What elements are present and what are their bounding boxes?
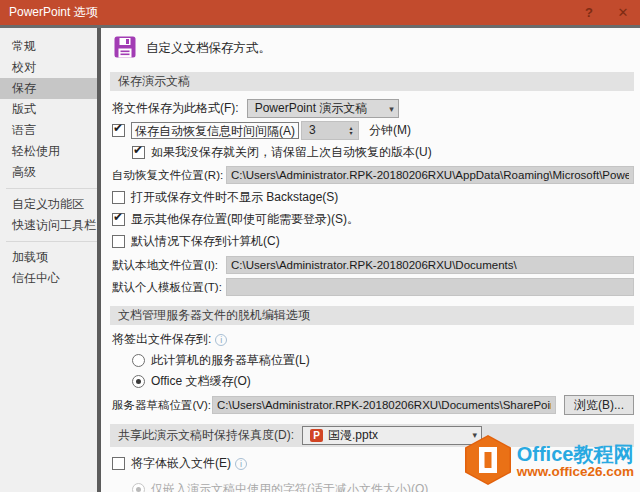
fidelity-file-dropdown[interactable]: P 国漫.pptx ▾ xyxy=(302,426,482,445)
fidelity-label: 共享此演示文稿时保持保真度(D): xyxy=(118,426,294,445)
sidebar-item-proofing[interactable]: 校对 xyxy=(0,57,97,78)
file-format-dropdown[interactable]: PowerPoint 演示文稿 ▾ xyxy=(247,99,399,118)
sidebar-item-add-ins[interactable]: 加载项 xyxy=(0,247,97,268)
autorecover-row: ✔ 保存自动恢复信息时间间隔(A) 3 ▴ ▾ 分钟(M) xyxy=(112,121,634,140)
server-drafts-path-input[interactable] xyxy=(212,396,556,414)
watermark: Office教程网 www.office26.com xyxy=(465,435,634,488)
keep-last-version-row: ✔ 如果我没保存就关闭，请保留上次自动恢复的版本(U) xyxy=(132,144,634,161)
sidebar-item-general[interactable]: 常规 xyxy=(0,36,97,57)
server-drafts-radio-row: 此计算机的服务器草稿位置(L) xyxy=(132,352,634,369)
check-icon: ✔ xyxy=(113,121,123,135)
embed-used-chars-radio xyxy=(132,483,145,492)
office-cache-radio-label: Office 文档缓存(O) xyxy=(151,373,251,390)
checkout-save-row: 将签出文件保存到: i xyxy=(112,331,634,348)
save-options-panel: 自定义文档保存方式。 保存演示文稿 将文件保存为此格式(F): PowerPoi… xyxy=(101,28,640,492)
stepper-arrows[interactable]: ▴ ▾ xyxy=(344,122,358,139)
sidebar-item-layout[interactable]: 版式 xyxy=(0,99,97,120)
watermark-title: Office教程网 xyxy=(517,444,634,465)
save-disk-icon xyxy=(113,35,137,62)
no-backstage-row: 打开或保存文件时不显示 Backstage(S) xyxy=(112,189,634,206)
keep-last-version-checkbox[interactable]: ✔ xyxy=(132,146,145,159)
no-backstage-label: 打开或保存文件时不显示 Backstage(S) xyxy=(131,189,338,206)
spin-down-icon[interactable]: ▾ xyxy=(349,131,352,136)
sidebar-divider xyxy=(6,241,97,242)
template-path-row: 默认个人模板位置(T): xyxy=(112,278,634,296)
no-backstage-checkbox[interactable] xyxy=(112,191,125,204)
minutes-label: 分钟(M) xyxy=(369,122,411,139)
section-header-save-presentations: 保存演示文稿 xyxy=(110,72,634,91)
save-to-computer-label: 默认情况下保存到计算机(C) xyxy=(131,233,280,250)
server-drafts-path-row: 服务器草稿位置(V): 浏览(B)... xyxy=(112,395,634,415)
info-icon: i xyxy=(235,458,247,470)
info-icon: i xyxy=(215,334,227,346)
save-to-computer-checkbox[interactable] xyxy=(112,235,125,248)
check-icon: ✔ xyxy=(113,210,123,224)
sidebar-item-customize-ribbon[interactable]: 自定义功能区 xyxy=(0,194,97,215)
pptx-file-icon: P xyxy=(310,429,323,442)
sidebar-item-quick-access-toolbar[interactable]: 快速访问工具栏 xyxy=(0,215,97,236)
section-header-offline-editing: 文档管理服务器文件的脱机编辑选项 xyxy=(110,306,634,325)
office-cache-radio-row: Office 文档缓存(O) xyxy=(132,373,634,390)
embed-fonts-checkbox[interactable] xyxy=(112,457,125,470)
sidebar-item-ease-of-access[interactable]: 轻松使用 xyxy=(0,141,97,162)
checkout-save-label: 将签出文件保存到: xyxy=(112,331,211,348)
window-title: PowerPoint 选项 xyxy=(0,4,572,21)
file-format-value: PowerPoint 演示文稿 xyxy=(255,100,368,117)
file-format-label: 将文件保存为此格式(F): xyxy=(112,100,239,117)
sidebar-divider xyxy=(6,188,97,189)
office-cache-radio[interactable] xyxy=(132,375,145,388)
watermark-text: Office教程网 www.office26.com xyxy=(517,444,634,479)
server-drafts-path-label: 服务器草稿位置(V): xyxy=(112,398,212,413)
server-drafts-radio-label: 此计算机的服务器草稿位置(L) xyxy=(151,352,310,369)
file-format-row: 将文件保存为此格式(F): PowerPoint 演示文稿 ▾ xyxy=(112,99,634,118)
browse-button[interactable]: 浏览(B)... xyxy=(564,395,634,415)
autorecover-path-input[interactable] xyxy=(226,166,634,184)
show-places-row: ✔ 显示其他保存位置(即使可能需要登录)(S)。 xyxy=(112,211,634,228)
local-path-label: 默认本地文件位置(I): xyxy=(112,258,226,273)
keep-last-version-label: 如果我没保存就关闭，请保留上次自动恢复的版本(U) xyxy=(151,144,432,161)
template-path-label: 默认个人模板位置(T): xyxy=(112,280,226,295)
sidebar-item-advanced[interactable]: 高级 xyxy=(0,162,97,183)
sidebar-item-trust-center[interactable]: 信任中心 xyxy=(0,268,97,289)
help-button[interactable]: ? xyxy=(572,0,606,25)
options-sidebar: 常规 校对 保存 版式 语言 轻松使用 高级 自定义功能区 快速访问工具栏 加载… xyxy=(0,28,97,492)
page-header: 自定义文档保存方式。 xyxy=(113,35,634,61)
title-bar: PowerPoint 选项 ? ✕ xyxy=(0,0,640,25)
fidelity-file-value: 国漫.pptx xyxy=(328,426,378,445)
sidebar-item-language[interactable]: 语言 xyxy=(0,120,97,141)
embed-used-chars-label: 仅嵌入演示文稿中使用的字符(适于减小文件大小)(O) xyxy=(151,481,428,492)
sidebar-item-save[interactable]: 保存 xyxy=(0,78,97,99)
watermark-url: www.office26.com xyxy=(517,465,634,479)
embed-fonts-label: 将字体嵌入文件(E) xyxy=(131,455,231,472)
show-places-checkbox[interactable]: ✔ xyxy=(112,213,125,226)
autorecover-minutes-stepper[interactable]: 3 ▴ ▾ xyxy=(301,121,359,140)
autorecover-path-row: 自动恢复文件位置(R): xyxy=(112,166,634,184)
page-title: 自定义文档保存方式。 xyxy=(146,40,271,57)
autorecover-checkbox[interactable]: ✔ xyxy=(112,124,125,137)
autorecover-label: 保存自动恢复信息时间间隔(A) xyxy=(131,122,299,139)
office-logo-icon xyxy=(465,435,511,488)
local-path-input[interactable] xyxy=(226,256,634,274)
show-places-label: 显示其他保存位置(即使可能需要登录)(S)。 xyxy=(131,211,359,228)
template-path-input[interactable] xyxy=(226,278,634,296)
autorecover-minutes-value: 3 xyxy=(302,122,344,139)
server-drafts-radio[interactable] xyxy=(132,354,145,367)
close-button[interactable]: ✕ xyxy=(606,0,640,25)
autorecover-path-label: 自动恢复文件位置(R): xyxy=(112,168,226,183)
save-to-computer-row: 默认情况下保存到计算机(C) xyxy=(112,233,634,250)
chevron-down-icon: ▾ xyxy=(383,104,394,114)
local-path-row: 默认本地文件位置(I): xyxy=(112,256,634,274)
check-icon: ✔ xyxy=(133,143,143,157)
